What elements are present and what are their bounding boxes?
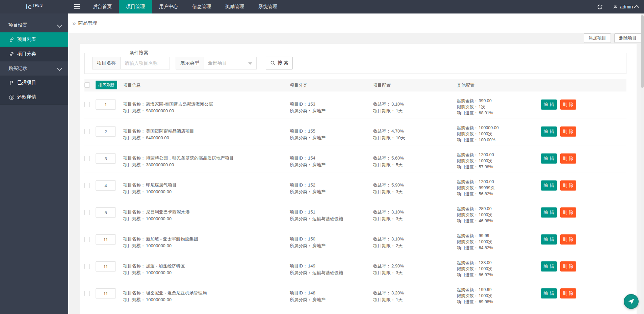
sort-order-input[interactable] <box>96 207 116 218</box>
delete-button[interactable]: 删 除 <box>560 180 576 191</box>
delete-project-button[interactable]: 删除项目 <box>614 33 641 43</box>
page-scrollbar <box>641 13 644 314</box>
row-checkbox[interactable] <box>84 237 90 242</box>
project-info-cell: 项目名称：坦桑尼亚 - 坦桑尼亚机场管理局 项目规模：10000000.00 <box>123 290 207 303</box>
delete-button[interactable]: 删 除 <box>560 126 576 137</box>
sort-order-input[interactable] <box>96 99 116 110</box>
nav-item-home[interactable]: 后台首页 <box>86 0 119 13</box>
table-row: 项目名称：印尼煤层气项目 项目规模：10000000.00 项目ID：152 所… <box>84 172 626 199</box>
delete-button[interactable]: 删 除 <box>560 261 576 272</box>
sort-order-input[interactable] <box>96 153 116 164</box>
other-config-cell: 起购金额：199.99 限购次数：1000次 项目进度：69.98% <box>457 287 493 305</box>
double-chevron-icon: » <box>72 20 76 26</box>
project-config-cell: 收益率：2.90% 项目期限：3天 <box>373 263 404 276</box>
project-name-label: 项目名称 <box>92 57 121 69</box>
chevron-down-icon <box>57 66 62 71</box>
project-info-cell: 项目名称：美国迈阿密精品酒店项目 项目规模：8400000.00 <box>123 128 194 141</box>
table-row: 项目名称：尼日利亚巴卡西深水港 项目规模：10000000.00 项目ID：15… <box>84 199 626 226</box>
column-header-category: 项目分类 <box>290 82 307 88</box>
delete-button[interactable]: 删 除 <box>560 234 576 245</box>
nav-item-system[interactable]: 系统管理 <box>251 0 284 13</box>
project-info-cell: 项目名称：碧海家园-泰国普吉岛邦涛海滩公寓 项目规模：980000000.00 <box>123 101 213 114</box>
project-category-cell: 项目ID：153 所属分类：房地产 <box>290 101 326 114</box>
search-legend: 条件搜索 <box>125 50 152 56</box>
other-config-cell: 起购金额：99.99 限购次数：1000次 项目进度：64.82% <box>457 233 493 251</box>
project-config-cell: 收益率：3.10% 项目期限：1天 <box>373 101 404 114</box>
chain-link-icon <box>9 52 14 57</box>
edit-button[interactable]: 编 辑 <box>541 288 557 298</box>
project-config-cell: 收益率：3.10% 项目期限：2天 <box>373 236 404 249</box>
nav-item-rewards[interactable]: 奖励管理 <box>218 0 251 13</box>
sidebar-group-project-settings[interactable]: 项目设置 <box>0 18 68 32</box>
project-category-cell: 项目ID：150 所属分类：房地产 <box>290 236 326 249</box>
display-type-label: 展示类型 <box>176 57 204 69</box>
project-category-cell: 项目ID：154 所属分类：房地产 <box>290 155 326 168</box>
sort-order-input[interactable] <box>96 288 116 298</box>
row-checkbox[interactable] <box>84 183 90 188</box>
table-row: 项目名称：新加坡 - 亚太宇航物流集团 项目规模：10000000.00 项目I… <box>84 226 626 253</box>
edit-button[interactable]: 编 辑 <box>541 261 557 272</box>
hamburger-icon <box>74 4 80 9</box>
refresh-button[interactable] <box>593 0 608 13</box>
table-row: 项目名称：美国迈阿密精品酒店项目 项目规模：8400000.00 项目ID：15… <box>84 118 626 145</box>
sidebar-item-invested-projects[interactable]: 已投项目 <box>0 76 68 90</box>
sidebar-group-purchase-records[interactable]: 购买记录 <box>0 61 68 76</box>
edit-button[interactable]: 编 辑 <box>541 99 557 110</box>
dollar-circle-icon: $ <box>9 95 14 100</box>
table-row: 项目名称：加蓬 - 加蓬经济特区 项目规模：10000000.00 项目ID：1… <box>84 253 626 280</box>
edit-button[interactable]: 编 辑 <box>541 234 557 245</box>
project-info-cell: 项目名称：尼日利亚巴卡西深水港 项目规模：10000000.00 <box>123 209 190 222</box>
delete-button[interactable]: 删 除 <box>560 99 576 110</box>
display-type-select[interactable]: 全部项目 <box>204 57 257 69</box>
row-checkbox[interactable] <box>84 264 90 269</box>
dropdown-arrow-icon <box>248 62 252 65</box>
row-checkbox[interactable] <box>84 210 90 215</box>
sort-order-input[interactable] <box>96 126 116 137</box>
edit-button[interactable]: 编 辑 <box>541 126 557 137</box>
sort-order-input[interactable] <box>96 234 116 245</box>
delete-button[interactable]: 删 除 <box>560 207 576 218</box>
edit-button[interactable]: 编 辑 <box>541 180 557 191</box>
project-info-cell: 项目名称：新加坡 - 亚太宇航物流集团 项目规模：10000000.00 <box>123 236 198 249</box>
content-card: 条件搜索 项目名称 展示类型 全部项目 搜 索 排序刷新 <box>80 44 637 314</box>
sort-refresh-button[interactable]: 排序刷新 <box>96 81 117 89</box>
project-config-cell: 收益率：5.60% 项目期限：5天 <box>373 155 404 168</box>
row-checkbox[interactable] <box>84 102 90 107</box>
nav-item-users[interactable]: 用户中心 <box>152 0 185 13</box>
table-row: 项目名称：坦桑尼亚 - 坦桑尼亚机场管理局 项目规模：10000000.00 项… <box>84 280 626 307</box>
scrollbar-thumb[interactable] <box>641 15 644 88</box>
select-all-checkbox[interactable] <box>84 82 90 88</box>
nav-item-info[interactable]: 信息管理 <box>185 0 218 13</box>
username: admin <box>620 4 633 9</box>
sort-order-input[interactable] <box>96 261 116 272</box>
edit-button[interactable]: 编 辑 <box>541 153 557 164</box>
project-name-input[interactable] <box>121 57 170 69</box>
user-menu[interactable]: admin <box>608 0 644 13</box>
add-project-button[interactable]: 添加项目 <box>584 33 611 43</box>
edit-button[interactable]: 编 辑 <box>541 207 557 218</box>
table-body: 项目名称：碧海家园-泰国普吉岛邦涛海滩公寓 项目规模：980000000.00 … <box>84 91 626 314</box>
project-info-cell: 项目名称：博蒙特公园，移民圣基茨的高品质房地产项目 项目规模：380000000… <box>123 155 234 168</box>
other-config-cell: 起购金额：100000.00 限购次数：1000次 项目进度：100.00% <box>457 125 499 143</box>
sidebar-item-project-category[interactable]: 项目分类 <box>0 47 68 61</box>
other-config-cell: 起购金额：1200.00 限购次数：1000次 项目进度：57.98% <box>457 152 494 170</box>
sidebar-item-project-list[interactable]: 项目列表 <box>0 32 68 47</box>
sort-order-input[interactable] <box>96 180 116 191</box>
row-checkbox[interactable] <box>84 291 90 296</box>
customer-service-button[interactable] <box>624 294 639 309</box>
chevron-down-icon <box>57 23 62 28</box>
menu-toggle-button[interactable] <box>68 0 86 13</box>
main-nav: 后台首页 项目管理 用户中心 信息管理 奖励管理 系统管理 <box>86 0 284 13</box>
project-category-cell: 项目ID：152 所属分类：房地产 <box>290 182 326 195</box>
nav-item-projects[interactable]: 项目管理 <box>119 0 152 13</box>
row-checkbox[interactable] <box>84 129 90 134</box>
project-category-cell: 项目ID：155 所属分类：房地产 <box>290 128 326 141</box>
table-header: 排序刷新 项目信息 项目分类 项目配置 其他配置 <box>84 79 626 91</box>
delete-button[interactable]: 删 除 <box>560 153 576 164</box>
row-checkbox[interactable] <box>84 156 90 161</box>
delete-button[interactable]: 删 除 <box>560 288 576 298</box>
search-button[interactable]: 搜 索 <box>266 57 293 69</box>
page-title: 商品管理 <box>78 20 97 26</box>
sidebar-item-repayment-details[interactable]: $ 还款详情 <box>0 90 68 105</box>
search-fieldset: 条件搜索 项目名称 展示类型 全部项目 搜 索 <box>84 53 626 74</box>
